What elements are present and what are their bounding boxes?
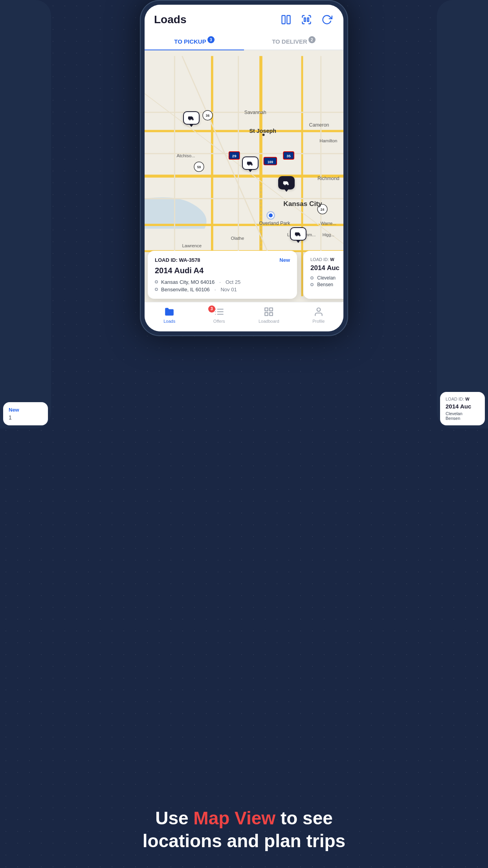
- left-side-card: New 1: [3, 402, 48, 425]
- svg-point-67: [299, 235, 300, 236]
- phone-inner: Loads: [145, 5, 343, 331]
- delivery-date-sep: ·: [215, 287, 216, 292]
- tab-to-pickup[interactable]: TO PICKUP3: [145, 31, 244, 50]
- svg-text:St Joseph: St Joseph: [250, 128, 276, 134]
- cards-strip: LOAD ID: WA-3578 New 2014 Audi A4 Kansas…: [145, 251, 343, 302]
- svg-text:Overland Park: Overland Park: [259, 221, 290, 226]
- person-icon: [313, 306, 324, 317]
- svg-text:Kansas City: Kansas City: [283, 200, 322, 208]
- right-load-id-value: W: [465, 397, 469, 401]
- svg-rect-77: [270, 308, 273, 311]
- map-marker-3[interactable]: [278, 176, 295, 189]
- svg-text:Richmond: Richmond: [317, 175, 339, 181]
- partial-city1: Clevelan: [310, 275, 343, 281]
- svg-text:Hamilton: Hamilton: [319, 138, 337, 143]
- svg-text:Lawrence: Lawrence: [182, 243, 202, 248]
- svg-rect-78: [265, 313, 268, 316]
- side-phone-left: New 1: [0, 0, 51, 428]
- header-icons: [279, 13, 334, 27]
- nav-loadboard-label: Loadboard: [259, 319, 279, 324]
- svg-text:Olathe: Olathe: [231, 236, 244, 241]
- pickup-dot: [155, 280, 158, 283]
- tab-to-deliver[interactable]: TO DELIVER2: [244, 31, 343, 50]
- tab-bar: TO PICKUP3 TO DELIVER2: [145, 31, 343, 50]
- nav-loads-label: Loads: [163, 319, 175, 324]
- book-icon[interactable]: [279, 13, 293, 27]
- nav-offers-label: Offers: [213, 319, 225, 324]
- svg-rect-0: [282, 16, 285, 24]
- svg-rect-76: [265, 308, 268, 311]
- route-info: Kansas City, MO 64016 · Oct 25 Bensenvil…: [155, 279, 290, 292]
- pickup-date: ·: [219, 279, 221, 285]
- list-check-icon: [214, 306, 225, 317]
- route-pickup: Kansas City, MO 64016 · Oct 25: [155, 279, 290, 285]
- nav-offers[interactable]: 3 Offers: [194, 306, 244, 324]
- svg-text:Warre...: Warre...: [321, 221, 336, 226]
- vehicle-name: 2014 Audi A4: [155, 266, 290, 275]
- svg-point-63: [251, 164, 252, 165]
- svg-rect-3: [307, 18, 309, 21]
- route-delivery: Bensenville, IL 60106 · Nov 01: [155, 287, 290, 292]
- promo-text: Use Map View to see locations and plan t…: [31, 807, 457, 852]
- svg-text:Savannah: Savannah: [244, 110, 266, 115]
- phone-frame: Loads: [140, 0, 348, 336]
- load-id: LOAD ID: WA-3578: [155, 257, 200, 263]
- map-marker-4[interactable]: [290, 227, 306, 241]
- barcode-scan-icon[interactable]: [299, 13, 314, 27]
- right-side-card: LOAD ID: W 2014 Auc Clevelan Bensen: [440, 392, 485, 425]
- offers-icon-wrapper: 3: [214, 306, 225, 317]
- svg-text:36: 36: [206, 114, 210, 118]
- side-phone-right: LOAD ID: W 2014 Auc Clevelan Bensen: [437, 0, 488, 428]
- svg-text:Atchiso...: Atchiso...: [176, 153, 195, 158]
- svg-point-61: [192, 119, 193, 120]
- svg-text:29: 29: [232, 154, 237, 158]
- partial-city2: Bensen: [310, 282, 343, 287]
- right-load-id-label: LOAD ID: W: [446, 397, 479, 401]
- offers-badge: 3: [208, 305, 215, 313]
- load-card-header: LOAD ID: WA-3578 New: [155, 257, 290, 263]
- svg-rect-79: [270, 313, 273, 316]
- map-container[interactable]: 29 35 49 169 59: [145, 50, 343, 302]
- bottom-nav: Loads 3: [145, 302, 343, 331]
- app-header: Loads: [145, 5, 343, 31]
- right-city2: Bensen: [446, 416, 479, 421]
- load-card-main[interactable]: LOAD ID: WA-3578 New 2014 Audi A4 Kansas…: [148, 251, 297, 299]
- refresh-icon[interactable]: [320, 13, 334, 27]
- left-number: 1: [9, 414, 42, 421]
- svg-point-65: [287, 184, 288, 185]
- nav-loads[interactable]: Loads: [145, 306, 194, 324]
- nav-profile-label: Profile: [312, 319, 325, 324]
- grid-icon: [263, 306, 274, 317]
- user-location-dot: [268, 212, 274, 219]
- partial-load-id: LOAD ID: W: [310, 257, 343, 262]
- nav-loadboard[interactable]: Loadboard: [244, 306, 294, 324]
- svg-point-44: [262, 134, 265, 136]
- svg-point-80: [317, 308, 320, 311]
- svg-text:59: 59: [197, 165, 201, 169]
- right-vehicle: 2014 Auc: [446, 403, 479, 410]
- svg-text:169: 169: [268, 160, 273, 164]
- load-card-partial-right[interactable]: LOAD ID: W 2014 Auc Clevelan Bensen: [303, 251, 343, 299]
- svg-text:Cameron: Cameron: [309, 122, 329, 127]
- partial-vehicle: 2014 Auc: [310, 264, 343, 272]
- promo-section: Use Map View to see locations and plan t…: [0, 807, 488, 852]
- svg-text:24: 24: [321, 207, 325, 211]
- svg-text:35: 35: [286, 154, 291, 158]
- left-new-badge: New: [9, 407, 42, 413]
- delivery-dot: [155, 288, 158, 291]
- folder-icon: [164, 306, 175, 317]
- svg-text:Higg...: Higg...: [323, 232, 334, 237]
- nav-profile[interactable]: Profile: [294, 306, 344, 324]
- map-marker-1[interactable]: [183, 111, 200, 125]
- right-city1: Clevelan: [446, 411, 479, 416]
- svg-rect-1: [287, 16, 290, 24]
- new-badge: New: [279, 257, 290, 263]
- svg-rect-2: [304, 18, 306, 21]
- app-title: Loads: [154, 13, 186, 26]
- map-marker-2[interactable]: [242, 156, 259, 170]
